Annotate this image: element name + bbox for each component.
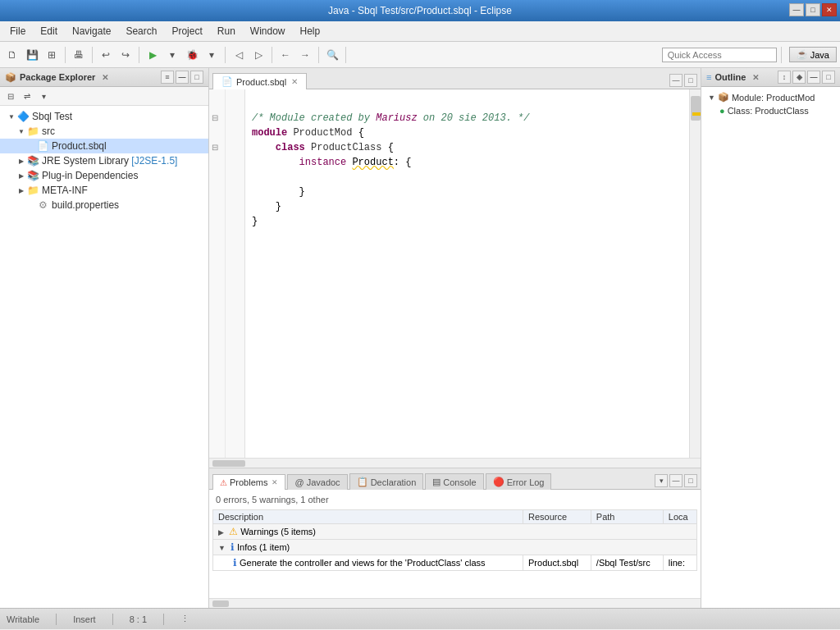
tree-item-sbql-test[interactable]: ▼ 🔷 Sbql Test xyxy=(0,109,208,124)
tab-declaration[interactable]: 📋 Declaration xyxy=(349,473,424,490)
status-sep2 xyxy=(112,614,113,625)
java-perspective-button[interactable]: ☕ Java xyxy=(789,47,837,62)
save-all-button[interactable]: ⊞ xyxy=(43,46,61,64)
sep6 xyxy=(318,47,319,63)
editor-vertical-scrollbar[interactable] xyxy=(689,89,701,458)
menu-edit[interactable]: Edit xyxy=(34,23,64,39)
panel-minimize-button[interactable]: — xyxy=(176,71,189,84)
menu-help[interactable]: Help xyxy=(294,23,327,39)
tree-item-plugins[interactable]: ▶ 📚 Plug-in Dependencies xyxy=(0,168,208,183)
outline-maximize-button[interactable]: □ xyxy=(822,71,835,84)
product-sbql-label: Product.sbql xyxy=(52,140,107,152)
tab-close-icon[interactable]: ✕ xyxy=(291,77,298,86)
tree-item-build-properties[interactable]: ⚙ build.properties xyxy=(0,198,208,212)
close-button[interactable]: ✕ xyxy=(822,3,837,16)
link-with-editor-btn[interactable]: ⇌ xyxy=(20,89,34,103)
toolbar: 🗋 💾 ⊞ 🖶 ↩ ↪ ▶ ▾ 🐞 ▾ ◁ ▷ ← → 🔍 ☕ Java xyxy=(0,42,840,68)
editor-horizontal-scrollbar[interactable] xyxy=(209,458,701,468)
expand-arrow-jre[interactable]: ▶ xyxy=(16,156,26,166)
back-button[interactable]: ← xyxy=(276,46,294,64)
outline-item-class[interactable]: ● Class: ProductClass xyxy=(705,104,837,117)
collapse-btn[interactable]: ⊟ xyxy=(3,89,18,103)
collapse-all-button[interactable]: ≡ xyxy=(161,71,174,84)
tree-item-src[interactable]: ▼ 📁 src xyxy=(0,124,208,139)
bottom-horizontal-scrollbar[interactable] xyxy=(209,598,701,608)
warnings-expand-arrow[interactable]: ▶ xyxy=(218,528,224,536)
bottom-h-scrollbar-thumb[interactable] xyxy=(212,600,229,607)
editor-minimize-button[interactable]: — xyxy=(669,74,682,87)
tab-error-log[interactable]: 🔴 Error Log xyxy=(486,473,552,490)
line-numbers xyxy=(226,89,245,458)
info-resource-cell: Product.sbql xyxy=(523,555,591,571)
menu-navigate[interactable]: Navigate xyxy=(66,23,117,39)
redo-button[interactable]: ↪ xyxy=(116,46,135,64)
search-button[interactable]: 🔍 xyxy=(323,46,341,64)
tab-problems[interactable]: ⚠ Problems ✕ xyxy=(212,474,285,490)
outline-sort-button[interactable]: ↕ xyxy=(778,71,791,84)
code-editor[interactable]: ⊟ ⊟ /* Module cr xyxy=(209,89,701,458)
outline-close[interactable]: ✕ xyxy=(752,73,759,82)
infos-expand-arrow[interactable]: ▼ xyxy=(218,544,226,552)
center-area: 📄 Product.sbql ✕ — □ ⊟ ⊟ xyxy=(209,68,701,608)
collapse-module[interactable]: ⊟ xyxy=(209,111,221,126)
warnings-group-cell[interactable]: ▶ ⚠ Warnings (5 items) xyxy=(213,524,697,540)
code-content[interactable]: /* Module created by Mariusz on 20 sie 2… xyxy=(245,89,689,458)
forward-button[interactable]: → xyxy=(296,46,314,64)
outline-hide-button[interactable]: ◈ xyxy=(792,71,806,84)
minimize-button[interactable]: — xyxy=(789,3,804,16)
tree-item-product-sbql[interactable]: 📄 Product.sbql xyxy=(0,139,208,153)
run-dropdown[interactable]: ▾ xyxy=(163,46,181,64)
product-file-icon: 📄 xyxy=(36,139,49,153)
save-button[interactable]: 💾 xyxy=(23,46,41,64)
package-explorer-close[interactable]: ✕ xyxy=(102,73,108,82)
expand-arrow-meta[interactable]: ▶ xyxy=(16,185,26,195)
menu-window[interactable]: Window xyxy=(244,23,292,39)
panel-maximize-button[interactable]: □ xyxy=(190,71,203,84)
sbql-test-label: Sbql Test xyxy=(32,111,72,122)
print-button[interactable]: 🖶 xyxy=(70,46,88,64)
problems-tab-close[interactable]: ✕ xyxy=(272,478,278,486)
bottom-panel-maximize[interactable]: □ xyxy=(684,474,697,487)
infos-group-row[interactable]: ▼ ℹ Infos (1 item) xyxy=(213,540,697,555)
status-extra: ⋮ xyxy=(180,614,189,624)
run-button[interactable]: ▶ xyxy=(144,46,162,64)
debug-dropdown[interactable]: ▾ xyxy=(203,46,221,64)
outline-minimize-button[interactable]: — xyxy=(807,71,820,84)
tab-javadoc[interactable]: @ Javadoc xyxy=(287,474,347,490)
expand-arrow-sbql[interactable]: ▼ xyxy=(7,112,16,121)
debug-button[interactable]: 🐞 xyxy=(183,46,201,64)
explorer-menu-btn[interactable]: ▾ xyxy=(36,89,51,103)
bottom-panel-minimize[interactable]: — xyxy=(669,474,682,487)
h-scrollbar-thumb[interactable] xyxy=(212,460,245,467)
editor-tab-product[interactable]: 📄 Product.sbql ✕ xyxy=(212,73,307,89)
scrollbar-thumb[interactable] xyxy=(691,96,701,121)
warnings-group-row[interactable]: ▶ ⚠ Warnings (5 items) xyxy=(213,524,697,540)
expand-arrow-src[interactable]: ▼ xyxy=(16,126,26,136)
tree-item-jre[interactable]: ▶ 📚 JRE System Library [J2SE-1.5] xyxy=(0,153,208,168)
sep7 xyxy=(345,47,346,63)
menu-search[interactable]: Search xyxy=(119,23,163,39)
infos-group-cell[interactable]: ▼ ℹ Infos (1 item) xyxy=(213,540,697,555)
tree-item-meta-inf[interactable]: ▶ 📁 META-INF xyxy=(0,183,208,198)
window-controls[interactable]: — □ ✕ xyxy=(789,3,837,16)
editor-maximize-button[interactable]: □ xyxy=(684,74,697,87)
menu-file[interactable]: File xyxy=(3,23,32,39)
menu-run[interactable]: Run xyxy=(211,23,242,39)
outline-module-expand[interactable]: ▼ xyxy=(708,94,715,102)
new-button[interactable]: 🗋 xyxy=(3,46,21,64)
undo-button[interactable]: ↩ xyxy=(97,46,115,64)
info-path-cell: /Sbql Test/src xyxy=(591,555,663,571)
prev-button[interactable]: ◁ xyxy=(230,46,248,64)
error-log-label: Error Log xyxy=(507,477,545,487)
collapse-class[interactable]: ⊟ xyxy=(209,140,221,155)
quick-access-input[interactable] xyxy=(662,48,777,62)
outline-item-module[interactable]: ▼ 📦 Module: ProductMod xyxy=(705,90,837,104)
menu-project[interactable]: Project xyxy=(165,23,208,39)
maximize-button[interactable]: □ xyxy=(806,3,820,16)
tab-console[interactable]: ▤ Console xyxy=(425,473,483,490)
tab-product-label: Product.sbql xyxy=(236,77,286,87)
bottom-panel-view-menu[interactable]: ▾ xyxy=(655,474,668,487)
next-button[interactable]: ▷ xyxy=(249,46,267,64)
expand-arrow-plugins[interactable]: ▶ xyxy=(16,171,26,180)
info-row-1[interactable]: ℹ Generate the controller and views for … xyxy=(213,555,697,571)
